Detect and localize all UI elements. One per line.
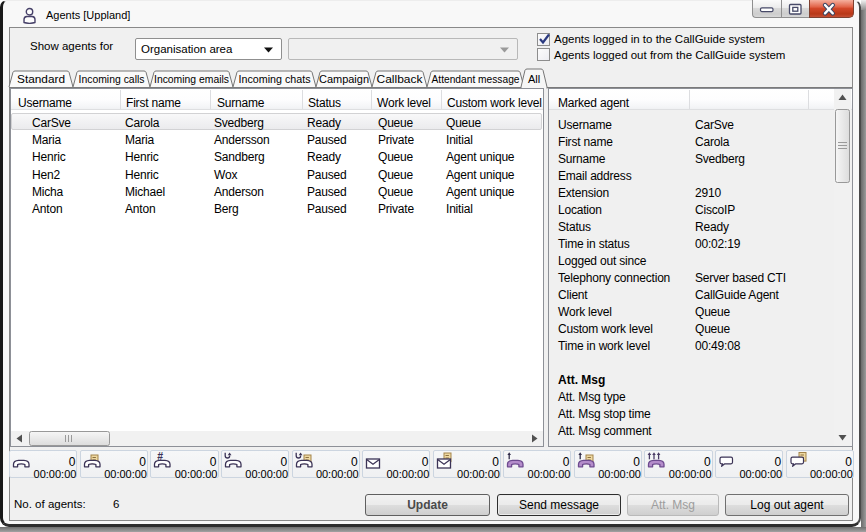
svg-text:Incoming calls: Incoming calls: [79, 73, 145, 85]
svg-text:Attendant message: Attendant message: [432, 73, 520, 85]
svg-text:Incoming emails: Incoming emails: [154, 73, 229, 85]
svg-text:Callback: Callback: [377, 73, 423, 85]
svg-text:All: All: [528, 73, 540, 85]
svg-text:Campaign: Campaign: [319, 73, 369, 85]
svg-text:Standard: Standard: [17, 73, 65, 85]
svg-text:#: #: [158, 450, 164, 462]
svg-text:Incoming chats: Incoming chats: [239, 73, 311, 85]
